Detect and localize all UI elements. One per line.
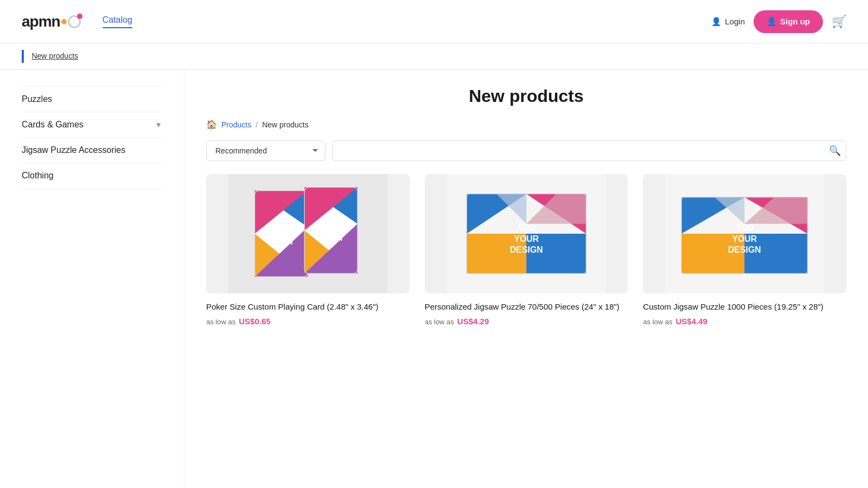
price-prefix-2: as low as: [643, 318, 672, 326]
breadcrumb-separator: /: [256, 120, 258, 129]
svg-text:YOUR: YOUR: [273, 230, 290, 237]
logo-circle: [68, 15, 81, 28]
svg-text:DESIGN: DESIGN: [270, 239, 292, 246]
product-card-2[interactable]: ADD YOUR DESIGN Custom Jigsaw Puzzle 100…: [643, 174, 846, 326]
sidebar-item-cards-games[interactable]: Cards & Games ▼: [22, 112, 162, 138]
price-prefix-1: as low as: [425, 318, 454, 326]
person-plus-icon: 👤: [767, 17, 777, 27]
sidebar-item-label: Cards & Games: [22, 120, 84, 130]
product-price-2: US$4.49: [676, 317, 707, 326]
new-products-filter-link[interactable]: New products: [31, 52, 78, 60]
filter-bar-indicator: [22, 50, 24, 63]
product-image-2: ADD YOUR DESIGN: [643, 174, 846, 293]
cart-button[interactable]: 🛒: [832, 15, 846, 29]
product-card-0[interactable]: ADD YOUR DESIGN ADD YOUR DESIGN: [206, 174, 410, 326]
product-price-1: US$4.29: [457, 317, 489, 326]
nav-catalog[interactable]: Catalog: [103, 15, 132, 28]
product-image-0: ADD YOUR DESIGN ADD YOUR DESIGN: [206, 174, 410, 293]
sidebar-item-label: Clothing: [22, 171, 54, 181]
search-icon: 🔍: [829, 145, 841, 156]
sidebar-item-clothing[interactable]: Clothing: [22, 163, 162, 189]
products-grid: ADD YOUR DESIGN ADD YOUR DESIGN: [206, 174, 846, 326]
person-icon: 👤: [711, 17, 722, 27]
breadcrumb-products-link[interactable]: Products: [221, 120, 251, 129]
price-prefix-0: as low as: [206, 318, 235, 326]
header-actions: 👤 Login 👤 Sign up 🛒: [711, 10, 846, 33]
home-icon: 🏠: [206, 119, 217, 130]
product-name-0: Poker Size Custom Playing Card (2.48" x …: [206, 301, 410, 312]
logo-dot-orange: [61, 19, 67, 24]
sidebar: Puzzles Cards & Games ▼ Jigsaw Puzzle Ac…: [0, 70, 184, 487]
login-button[interactable]: 👤 Login: [711, 17, 745, 27]
product-card-1[interactable]: ADD YOUR DESIGN Personalized Jigsaw Puzz…: [425, 174, 628, 326]
main-layout: Puzzles Cards & Games ▼ Jigsaw Puzzle Ac…: [0, 70, 868, 487]
signup-button[interactable]: 👤 Sign up: [754, 10, 823, 33]
main-content: New products 🏠 Products / New products R…: [184, 70, 868, 487]
search-button[interactable]: 🔍: [829, 145, 841, 157]
svg-text:YOUR: YOUR: [322, 227, 340, 234]
page-title: New products: [206, 86, 846, 106]
search-input[interactable]: [332, 140, 846, 161]
sidebar-filter-bar: New products: [0, 43, 868, 70]
sidebar-item-label: Jigsaw Puzzle Accessories: [22, 145, 125, 155]
sidebar-item-label: Puzzles: [22, 94, 52, 104]
sidebar-item-jigsaw[interactable]: Jigsaw Puzzle Accessories: [22, 138, 162, 163]
product-price-row-1: as low as US$4.29: [425, 317, 628, 326]
breadcrumb: 🏠 Products / New products: [206, 119, 846, 130]
sort-select[interactable]: Recommended Price: Low to High Price: Hi…: [206, 140, 326, 161]
filter-bar: Recommended Price: Low to High Price: Hi…: [206, 140, 846, 161]
product-image-1: ADD YOUR DESIGN: [425, 174, 628, 293]
product-name-2: Custom Jigsaw Puzzle 1000 Pieces (19.25"…: [643, 301, 846, 312]
breadcrumb-current: New products: [262, 120, 309, 129]
search-container: 🔍: [332, 140, 846, 161]
product-name-1: Personalized Jigsaw Puzzle 70/500 Pieces…: [425, 301, 628, 312]
svg-text:ADD: ADD: [275, 222, 288, 228]
product-price-0: US$0.65: [239, 317, 270, 326]
logo-text: apmn: [22, 13, 60, 30]
product-price-row-2: as low as US$4.49: [643, 317, 846, 326]
sidebar-item-puzzles[interactable]: Puzzles: [22, 86, 162, 112]
svg-text:DESIGN: DESIGN: [320, 235, 342, 242]
svg-rect-33: [467, 194, 586, 274]
logo[interactable]: apmn: [22, 13, 81, 30]
product-price-row-0: as low as US$0.65: [206, 317, 410, 326]
header: apmn Catalog 👤 Login 👤 Sign up 🛒: [0, 0, 868, 43]
cart-icon: 🛒: [832, 15, 846, 28]
chevron-down-icon: ▼: [155, 120, 162, 129]
svg-text:ADD: ADD: [324, 219, 337, 225]
svg-rect-47: [682, 197, 808, 274]
main-nav: Catalog: [103, 15, 712, 28]
